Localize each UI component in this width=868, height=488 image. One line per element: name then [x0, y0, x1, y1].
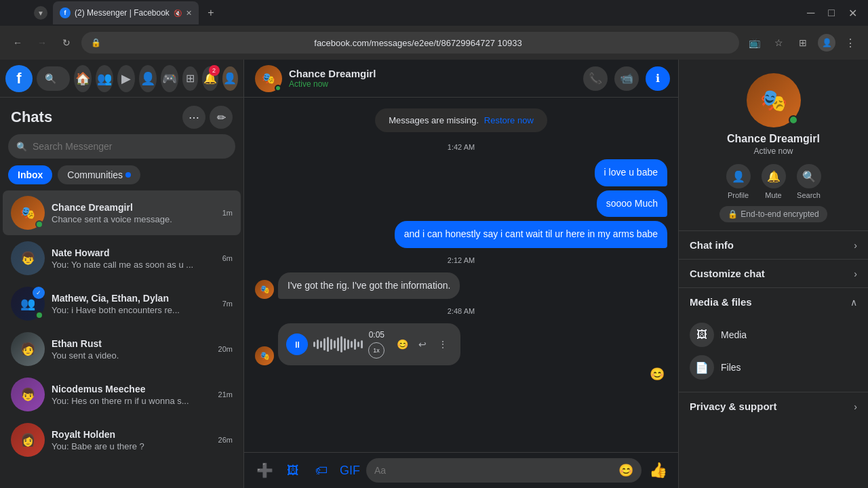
bookmark-btn[interactable]: ☆ [769, 33, 788, 52]
thumbs-up-btn[interactable]: 👍 [646, 458, 670, 483]
files-sub-item[interactable]: 📄 Files [690, 351, 857, 384]
chat-item-nate[interactable]: 👦 Nate Howard You: Yo nate call me as so… [3, 236, 241, 281]
customize-section: Customize chat › [679, 259, 868, 287]
chat-info-header[interactable]: Chat info › [679, 231, 868, 259]
lock-icon: 🔒 [728, 209, 738, 219]
chat-list-scroll[interactable]: 🎭 Chance Dreamgirl Chance sent a voice m… [0, 190, 243, 488]
call-btn[interactable]: 📞 [583, 66, 608, 91]
secure-icon: 🔒 [91, 38, 101, 47]
close-btn[interactable]: ✕ [843, 7, 863, 20]
media-content: 🖼 Media 📄 Files [679, 316, 868, 392]
message-input-box[interactable]: 😊 [366, 458, 642, 483]
maximize-btn[interactable]: □ [823, 7, 840, 19]
media-label: Media [721, 329, 747, 340]
nav-dating[interactable]: 👤 [139, 65, 157, 92]
encrypt-badge[interactable]: 🔒 End-to-end encrypted [719, 206, 827, 222]
voice-msg-avatar: 🎭 [255, 346, 274, 365]
chat-name-royalt: Royalt Holden [52, 429, 212, 440]
reload-btn[interactable]: ↻ [57, 33, 76, 52]
tab-dropdown[interactable]: ▼ [34, 6, 47, 20]
chat-item-nicodemus[interactable]: 👦 Nicodemus Meechee You: Hes on there rn… [3, 372, 241, 417]
chat-main: 🎭 Chance Dreamgirl Active now 📞 📹 ℹ Mess… [244, 60, 678, 488]
back-btn[interactable]: ← [8, 33, 27, 52]
nav-gaming[interactable]: 🎮 [161, 65, 178, 92]
cast-btn[interactable]: 📺 [745, 33, 764, 52]
more-options-btn[interactable]: ⋯ [182, 106, 205, 129]
chat-item-chance[interactable]: 🎭 Chance Dreamgirl Chance sent a voice m… [3, 190, 241, 235]
message-input[interactable] [374, 465, 613, 476]
apps-btn[interactable]: ⊞ [182, 66, 198, 91]
chat-name-chance: Chance Dreamgirl [52, 202, 216, 213]
browser-menu-btn[interactable]: ⋮ [841, 33, 860, 52]
chat-time-ethan: 20m [218, 345, 233, 353]
voice-emoji-btn[interactable]: 😊 [393, 335, 412, 354]
message-bubble-sent-1: i love u babe [595, 159, 667, 186]
video-call-btn[interactable]: 📹 [614, 66, 639, 91]
message-bubble-sent-2: soooo Much [597, 190, 667, 218]
search-icon: 🔍 [45, 73, 56, 84]
add-btn[interactable]: ➕ [252, 458, 277, 483]
chat-item-ethan[interactable]: 🧑 Ethan Rust You sent a video. 20m [3, 327, 241, 371]
messenger-search-bar[interactable]: 🔍 [8, 134, 235, 159]
forward-btn[interactable]: → [33, 33, 52, 52]
tab-inbox[interactable]: Inbox [8, 165, 52, 184]
right-search-btn[interactable]: 🔍 Search [797, 164, 821, 199]
chat-topbar: 🎭 Chance Dreamgirl Active now 📞 📹 ℹ [244, 60, 678, 98]
right-mute-btn[interactable]: 🔔 Mute [762, 164, 786, 199]
info-btn[interactable]: ℹ [646, 66, 670, 91]
gif-btn[interactable]: GIF [338, 458, 362, 483]
customize-title: Customize chat [690, 268, 765, 279]
browser-tab[interactable]: f (2) Messenger | Facebook 🔇 ✕ [53, 1, 199, 24]
message-row-sent-2: soooo Much [255, 190, 667, 218]
chat-list: 🎭 Chance Dreamgirl Chance sent a voice m… [0, 190, 243, 488]
nav-video[interactable]: ▶ [117, 65, 135, 92]
restore-link[interactable]: Restore now [484, 115, 534, 125]
tab-communities[interactable]: Communities [58, 165, 140, 184]
profile-avatar[interactable]: 👤 [222, 66, 238, 91]
fb-search[interactable]: 🔍 [37, 66, 70, 91]
nav-friends[interactable]: 👥 [96, 65, 113, 92]
chat-item-royalt[interactable]: 👩 Royalt Holden You: Babe are u there ? … [3, 418, 241, 462]
customize-header[interactable]: Customize chat › [679, 260, 868, 287]
notifications-btn[interactable]: 🔔 2 [202, 66, 218, 91]
chat-time-royalt: 26m [218, 436, 233, 444]
chat-item-group[interactable]: 👥 ✓ Mathew, Cia, Ethan, Dylan You: i Hav… [3, 281, 241, 326]
emoji-picker-btn[interactable]: 😊 [618, 463, 633, 478]
time-divider-3: 2:48 AM [255, 307, 667, 315]
sticker-btn[interactable]: 🏷 [309, 458, 334, 483]
group-badge: ✓ [33, 287, 45, 299]
image-btn[interactable]: 🖼 [281, 458, 305, 483]
message-bubble-received-1: I've got the rig. I've got the informati… [278, 272, 460, 300]
address-bar[interactable]: 🔒 facebook.com/messages/e2ee/t/867299647… [81, 32, 739, 54]
browser-ext-btn[interactable]: ⊞ [793, 33, 812, 52]
voice-pause-btn[interactable]: ⏸ [286, 333, 308, 355]
tab-muted-icon[interactable]: 🔇 [174, 9, 182, 17]
voice-more-btn[interactable]: ⋮ [433, 335, 452, 354]
nav-home[interactable]: 🏠 [74, 65, 92, 92]
chat-time-group: 7m [222, 300, 233, 308]
minimize-btn[interactable]: ─ [802, 7, 820, 19]
right-profile-btn[interactable]: 👤 Profile [726, 164, 751, 199]
media-header[interactable]: Media & files ∧ [679, 288, 868, 316]
emoji-reaction: 😊 [650, 367, 665, 382]
privacy-header[interactable]: Privacy & support › [679, 392, 868, 420]
tab-close-btn[interactable]: ✕ [186, 9, 192, 18]
communities-notif-dot [125, 172, 131, 178]
chat-time-chance: 1m [222, 209, 233, 217]
chat-name-nicodemus: Nicodemus Meechee [52, 384, 212, 394]
voice-speed-btn[interactable]: 1x [368, 342, 384, 359]
messenger-search-icon: 🔍 [16, 142, 27, 152]
chat-avatar-nate: 👦 [11, 241, 45, 275]
voice-reply-btn[interactable]: ↩ [413, 335, 432, 354]
chat-info-chevron: › [854, 240, 857, 251]
browser-profile[interactable]: 👤 [818, 34, 835, 52]
contact-name-main: Chance Dreamgirl [289, 68, 576, 79]
messenger-search-input[interactable] [33, 141, 227, 152]
new-tab-btn[interactable]: + [201, 3, 220, 22]
url-text: facebook.com/messages/e2ee/t/86729964727… [106, 38, 730, 48]
right-action-buttons: 👤 Profile 🔔 Mute 🔍 Search [726, 164, 821, 199]
right-profile-section: 🎭 Chance Dreamgirl Active now 👤 Profile … [679, 60, 868, 230]
message-input-area: ➕ 🖼 🏷 GIF 😊 👍 [244, 452, 678, 488]
media-sub-item[interactable]: 🖼 Media [690, 319, 857, 351]
new-message-btn[interactable]: ✏ [210, 106, 233, 129]
